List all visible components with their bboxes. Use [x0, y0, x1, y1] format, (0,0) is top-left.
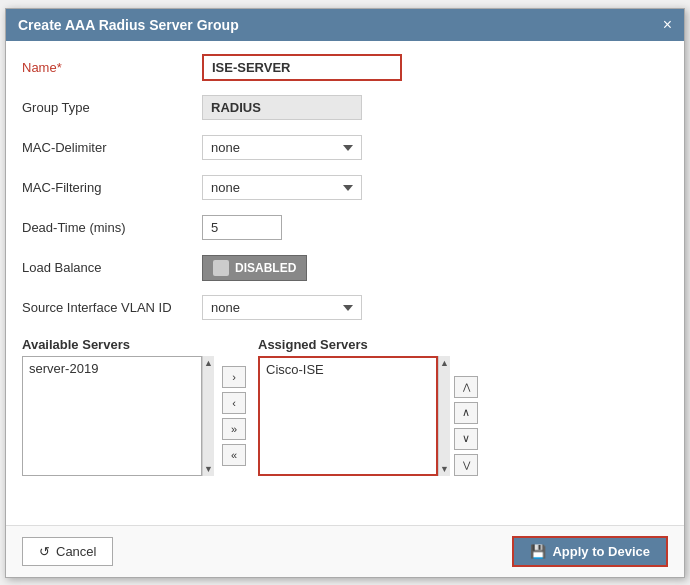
mac-filtering-row: MAC-Filtering none — [22, 173, 668, 203]
mac-delimiter-row: MAC-Delimiter none — [22, 133, 668, 163]
assigned-scrollbar: ▲ ▼ — [438, 356, 450, 476]
cancel-button[interactable]: ↺ Cancel — [22, 537, 113, 566]
assigned-servers-wrapper: Assigned Servers Cisco-ISE ▲ ▼ ⋀ — [254, 337, 478, 476]
assigned-servers-list-wrapper: Cisco-ISE ▲ ▼ — [258, 356, 450, 476]
move-all-right-button[interactable]: » — [222, 418, 246, 440]
move-bottom-button[interactable]: ⋁ — [454, 454, 478, 476]
name-input[interactable] — [202, 54, 402, 81]
apply-label: Apply to Device — [552, 544, 650, 559]
move-left-button[interactable]: ‹ — [222, 392, 246, 414]
dialog-footer: ↺ Cancel 💾 Apply to Device — [6, 525, 684, 577]
toggle-label: DISABLED — [235, 261, 296, 275]
scroll-up-icon[interactable]: ▲ — [438, 356, 451, 370]
group-type-value: RADIUS — [202, 95, 362, 120]
close-button[interactable]: × — [663, 17, 672, 33]
source-vlan-row: Source Interface VLAN ID none — [22, 293, 668, 323]
move-down-button[interactable]: ∨ — [454, 428, 478, 450]
available-scrollbar: ▲ ▼ — [202, 356, 214, 476]
available-servers-list[interactable]: server-2019 — [22, 356, 202, 476]
load-balance-toggle[interactable]: DISABLED — [202, 255, 307, 281]
assigned-servers-list[interactable]: Cisco-ISE — [258, 356, 438, 476]
list-item[interactable]: Cisco-ISE — [262, 360, 434, 379]
mac-delimiter-label: MAC-Delimiter — [22, 140, 202, 155]
source-vlan-select[interactable]: none — [202, 295, 362, 320]
load-balance-label: Load Balance — [22, 260, 202, 275]
name-row: Name* — [22, 53, 668, 83]
toggle-indicator — [213, 260, 229, 276]
move-top-button[interactable]: ⋀ — [454, 376, 478, 398]
load-balance-row: Load Balance DISABLED — [22, 253, 668, 283]
servers-section: Available Servers server-2019 ▲ ▼ › ‹ » … — [22, 337, 668, 476]
save-icon: 💾 — [530, 544, 546, 559]
dead-time-label: Dead-Time (mins) — [22, 220, 202, 235]
create-aaa-dialog: Create AAA Radius Server Group × Name* G… — [5, 8, 685, 578]
move-right-button[interactable]: › — [222, 366, 246, 388]
dialog-header: Create AAA Radius Server Group × — [6, 9, 684, 41]
dialog-body: Name* Group Type RADIUS MAC-Delimiter no… — [6, 41, 684, 525]
available-servers-panel: Available Servers server-2019 ▲ ▼ — [22, 337, 214, 476]
dead-time-row: Dead-Time (mins) — [22, 213, 668, 243]
mac-delimiter-select[interactable]: none — [202, 135, 362, 160]
available-servers-list-wrapper: server-2019 ▲ ▼ — [22, 356, 214, 476]
name-label: Name* — [22, 60, 202, 75]
transfer-arrows: › ‹ » « — [214, 357, 254, 476]
assigned-servers-row: Cisco-ISE ▲ ▼ ⋀ ∧ ∨ ⋁ — [254, 356, 478, 476]
cancel-label: Cancel — [56, 544, 96, 559]
list-item[interactable]: server-2019 — [25, 359, 199, 378]
available-servers-title: Available Servers — [22, 337, 214, 352]
apply-to-device-button[interactable]: 💾 Apply to Device — [512, 536, 668, 567]
group-type-row: Group Type RADIUS — [22, 93, 668, 123]
order-arrows: ⋀ ∧ ∨ ⋁ — [450, 376, 478, 476]
move-up-button[interactable]: ∧ — [454, 402, 478, 424]
mac-filtering-label: MAC-Filtering — [22, 180, 202, 195]
cancel-icon: ↺ — [39, 544, 50, 559]
move-all-left-button[interactable]: « — [222, 444, 246, 466]
dead-time-input[interactable] — [202, 215, 282, 240]
source-vlan-label: Source Interface VLAN ID — [22, 300, 202, 315]
group-type-label: Group Type — [22, 100, 202, 115]
mac-filtering-select[interactable]: none — [202, 175, 362, 200]
dialog-title: Create AAA Radius Server Group — [18, 17, 239, 33]
assigned-servers-title: Assigned Servers — [258, 337, 478, 352]
